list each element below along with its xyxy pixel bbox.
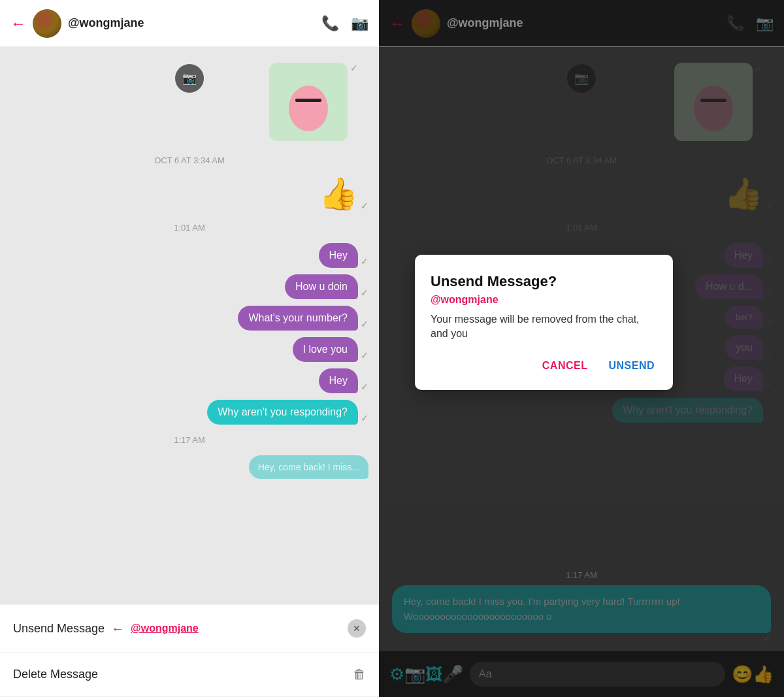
check-3: ✓ xyxy=(361,256,368,267)
right-panel: ← @wongmjane 📞 📷 📷 ✓ xyxy=(379,0,784,697)
phone-icon[interactable]: 📞 xyxy=(321,15,339,32)
avatar xyxy=(33,9,61,38)
back-button[interactable]: ← xyxy=(10,14,26,33)
check-6: ✓ xyxy=(361,350,368,361)
bubble-how: How u doin xyxy=(285,274,358,299)
delete-label: Delete Message xyxy=(13,668,98,681)
video-icon[interactable]: 📷 xyxy=(351,15,368,32)
trash-icon: 🗑 xyxy=(353,667,366,682)
check-icon: ✓ xyxy=(350,63,358,140)
timestamp-3: 1:17 AM xyxy=(10,435,368,445)
sticker-image xyxy=(269,63,348,141)
camera-icon: 📷 xyxy=(182,71,197,86)
thumbs-bubble: 👍 xyxy=(319,176,358,212)
timestamp-2: 1:01 AM xyxy=(10,223,368,233)
msg-row-partial: Hey, come back! I miss... xyxy=(10,455,368,479)
check-5: ✓ xyxy=(361,319,368,329)
delete-item[interactable]: Delete Message 🗑 xyxy=(0,653,379,697)
header-icons: 📞 📷 xyxy=(321,15,368,32)
unsend-button[interactable]: UNSEND xyxy=(606,355,657,377)
bubble-hey2: Hey xyxy=(319,368,358,393)
dialog-actions: CANCEL UNSEND xyxy=(431,355,657,377)
bubble-partial: Hey, come back! I miss... xyxy=(249,455,368,479)
unsend-dialog: Unsend Message? @wongmjane Your message … xyxy=(415,255,673,390)
dialog-title: Unsend Message? xyxy=(431,273,657,290)
username-label: @wongmjane xyxy=(68,16,321,30)
check-icon-2: ✓ xyxy=(361,201,368,211)
svg-rect-4 xyxy=(295,99,321,102)
x-icon: ✕ xyxy=(353,623,361,634)
unsend-item-content: Unsend Message ← @wongmjane xyxy=(13,621,199,636)
bubble-hey1: Hey xyxy=(319,243,358,268)
msg-row-3: What's your number? ✓ xyxy=(10,306,368,331)
arrow-icon: ← xyxy=(111,621,124,636)
timestamp-1: OCT 6 AT 3:34 AM xyxy=(10,155,368,165)
dialog-body: Your message will be removed from the ch… xyxy=(431,312,657,342)
bubble-love: I love you xyxy=(293,337,358,362)
msg-row-1: Hey ✓ xyxy=(10,243,368,268)
cancel-button[interactable]: CANCEL xyxy=(540,355,591,377)
unsend-label: Unsend Message xyxy=(13,622,105,636)
bubble-number: What's your number? xyxy=(238,306,358,331)
unsend-username: @wongmjane xyxy=(131,623,199,634)
svg-point-0 xyxy=(289,86,328,131)
sticker-area: 📷 ✓ xyxy=(10,57,368,146)
msg-row-2: How u doin ✓ xyxy=(10,274,368,299)
dialog-username: @wongmjane xyxy=(431,294,657,306)
check-4: ✓ xyxy=(361,287,368,298)
x-button[interactable]: ✕ xyxy=(348,619,366,638)
msg-row-4: I love you ✓ xyxy=(10,337,368,362)
left-header: ← @wongmjane 📞 📷 xyxy=(0,0,379,47)
bottom-sheet: Unsend Message ← @wongmjane ✕ Delete Mes… xyxy=(0,604,379,697)
check-8: ✓ xyxy=(361,413,368,423)
camera-button[interactable]: 📷 xyxy=(175,64,204,93)
chat-area: 📷 ✓ OCT 6 AT 3:34 AM 👍 ✓ 1:01 AM Hey xyxy=(0,47,379,604)
check-7: ✓ xyxy=(361,381,368,392)
left-panel: ← @wongmjane 📞 📷 📷 xyxy=(0,0,379,697)
msg-row-5: Hey ✓ xyxy=(10,368,368,393)
message-row-thumbs: 👍 ✓ xyxy=(10,176,368,212)
unsend-item[interactable]: Unsend Message ← @wongmjane ✕ xyxy=(0,605,379,653)
msg-row-6: Why aren't you responding? ✓ xyxy=(10,400,368,425)
bubble-respond: Why aren't you responding? xyxy=(207,400,358,425)
